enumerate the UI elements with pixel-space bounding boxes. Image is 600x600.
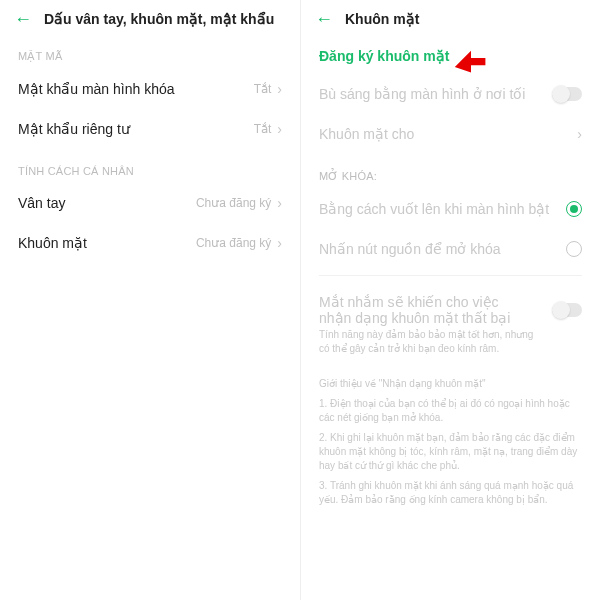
row-label: Nhấn nút nguồn để mở khóa [319, 241, 501, 257]
topbar: ← Dấu vân tay, khuôn mặt, mật khẩu [0, 0, 300, 34]
page-title: Dấu vân tay, khuôn mặt, mật khẩu [44, 11, 274, 27]
topbar: ← Khuôn mặt [301, 0, 600, 34]
row-label: Mật khẩu màn hình khóa [18, 81, 175, 97]
radio-unselected-icon [566, 241, 582, 257]
chevron-right-icon: › [277, 121, 282, 137]
row-label: Vân tay [18, 195, 65, 211]
row-value: Tắt › [254, 121, 282, 137]
row-label: Khuôn mặt cho [319, 126, 414, 142]
row-description: Tính năng này đảm bảo bảo mật tốt hơn, n… [319, 328, 582, 355]
section-personal: TÍNH CÁCH CÁ NHÂN [0, 149, 300, 183]
row-face-for: Khuôn mặt cho › [301, 114, 600, 154]
row-eyes-closed: Mắt nhắm sẽ khiến cho việc nhận dạng khu… [301, 282, 600, 367]
page-title: Khuôn mặt [345, 11, 419, 27]
row-value: Chưa đăng ký › [196, 235, 282, 251]
chevron-right-icon: › [277, 195, 282, 211]
row-value: Chưa đăng ký › [196, 195, 282, 211]
row-label: Mật khẩu riêng tư [18, 121, 130, 137]
row-label: Bằng cách vuốt lên khi màn hình bật [319, 201, 549, 217]
face-recognition-intro: Giới thiệu về "Nhận dạng khuôn mặt" 1. Đ… [301, 367, 600, 523]
row-label: Mắt nhắm sẽ khiến cho việc nhận dạng khu… [319, 294, 529, 326]
radio-selected-icon [566, 201, 582, 217]
radio-swipe-unlock: Bằng cách vuốt lên khi màn hình bật [301, 189, 600, 229]
svg-marker-0 [455, 51, 486, 73]
register-face-link[interactable]: Đăng ký khuôn mặt [301, 34, 600, 74]
row-fingerprint[interactable]: Vân tay Chưa đăng ký › [0, 183, 300, 223]
settings-biometrics-panel: ← Dấu vân tay, khuôn mặt, mật khẩu MẬT M… [0, 0, 300, 600]
section-passcode: MẬT MÃ [0, 34, 300, 69]
radio-power-unlock: Nhấn nút nguồn để mở khóa [301, 229, 600, 269]
row-face[interactable]: Khuôn mặt Chưa đăng ký › [0, 223, 300, 263]
chevron-right-icon: › [577, 126, 582, 142]
section-unlock: MỞ KHÓA: [301, 154, 600, 189]
back-icon[interactable]: ← [315, 10, 333, 28]
row-label: Bù sáng bằng màn hình ở nơi tối [319, 86, 525, 102]
back-icon[interactable]: ← [14, 10, 32, 28]
chevron-right-icon: › [277, 235, 282, 251]
row-screen-brightness-compensate: Bù sáng bằng màn hình ở nơi tối [301, 74, 600, 114]
row-value: Tắt › [254, 81, 282, 97]
row-label: Khuôn mặt [18, 235, 87, 251]
chevron-right-icon: › [277, 81, 282, 97]
toggle-off-icon [552, 303, 582, 317]
red-arrow-icon [453, 40, 489, 76]
settings-face-panel: ← Khuôn mặt Đăng ký khuôn mặt Bù sáng bằ… [300, 0, 600, 600]
row-private-password[interactable]: Mật khẩu riêng tư Tắt › [0, 109, 300, 149]
toggle-off-icon [552, 87, 582, 101]
row-lockscreen-password[interactable]: Mật khẩu màn hình khóa Tắt › [0, 69, 300, 109]
divider [319, 275, 582, 276]
